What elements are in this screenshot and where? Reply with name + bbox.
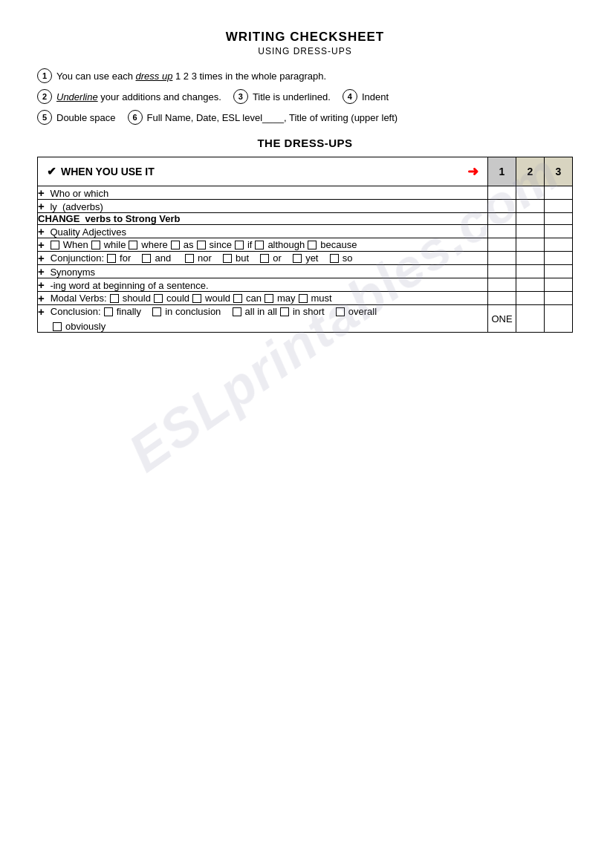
checkbox bbox=[293, 254, 302, 263]
col1-cell bbox=[488, 186, 516, 200]
when-header-label: WHEN YOU USE IT bbox=[61, 166, 155, 177]
table-row: + Conclusion: finally in conclusion all … bbox=[38, 305, 573, 333]
col3-cell bbox=[545, 265, 573, 278]
page-title: WRITING CHECKSHEET bbox=[37, 30, 573, 45]
row-ing-word: + -ing word at beginning of a sentence. bbox=[38, 278, 488, 292]
col2-cell bbox=[516, 225, 545, 238]
label-modal-verbs: Modal Verbs: bbox=[51, 293, 107, 304]
checkbox bbox=[107, 254, 116, 263]
instr-text-4: Indent bbox=[362, 91, 389, 102]
instr-text-3: Title is underlined. bbox=[253, 91, 331, 102]
row-change-verbs: CHANGE verbs to Strong Verb bbox=[38, 213, 488, 225]
label-where: where bbox=[141, 239, 167, 250]
label-or: or bbox=[273, 252, 282, 264]
label-if: if bbox=[247, 239, 253, 250]
label-in-conclusion: in conclusion bbox=[165, 306, 221, 317]
plus-icon: + bbox=[38, 238, 45, 251]
row-conclusion: + Conclusion: finally in conclusion all … bbox=[38, 305, 488, 333]
label-could: could bbox=[166, 293, 189, 304]
dress-ups-table: ✔ WHEN YOU USE IT ➜ 1 2 3 + Who or which… bbox=[37, 157, 573, 333]
col1-header: 1 bbox=[488, 157, 516, 186]
col2-cell bbox=[516, 278, 545, 292]
col2-cell bbox=[516, 252, 545, 265]
checkbox bbox=[260, 254, 269, 263]
instruction-row-2: 2 Underline your additions and changes. … bbox=[37, 89, 573, 104]
row-modal-verbs: + Modal Verbs: should could would can ma… bbox=[38, 292, 488, 305]
label-because: because bbox=[320, 239, 357, 250]
instr-text-5: Double space bbox=[56, 112, 116, 123]
checkbox bbox=[235, 241, 244, 249]
plus-icon: + bbox=[38, 305, 45, 318]
plus-icon: + bbox=[38, 292, 45, 304]
col3-cell bbox=[545, 225, 573, 238]
table-header-row: ✔ WHEN YOU USE IT ➜ 1 2 3 bbox=[38, 157, 573, 186]
label-conjunction: Conjunction: bbox=[51, 252, 104, 264]
circle-5: 5 bbox=[37, 110, 52, 125]
label-would: would bbox=[205, 293, 230, 304]
plus-icon: + bbox=[38, 265, 45, 278]
checkbox bbox=[336, 307, 345, 316]
instr-text-6: Full Name, Date, ESL level____, Title of… bbox=[147, 112, 398, 123]
label-must: must bbox=[311, 293, 332, 304]
col1-cell bbox=[488, 225, 516, 238]
circle-3: 3 bbox=[233, 89, 248, 104]
label-while: while bbox=[104, 239, 126, 250]
page-subtitle: USING DRESS-UPS bbox=[37, 46, 573, 56]
col3-cell bbox=[545, 186, 573, 200]
row-synonyms: + Synonyms bbox=[38, 265, 488, 278]
label-as: as bbox=[184, 239, 194, 250]
label-overall: overall bbox=[348, 306, 377, 317]
when-header: ✔ WHEN YOU USE IT ➜ bbox=[38, 157, 488, 186]
col2-cell bbox=[516, 200, 545, 213]
instr-text-2: Underline your additions and changes. bbox=[56, 91, 221, 102]
checkbox bbox=[223, 254, 232, 263]
label-for: for bbox=[120, 252, 131, 264]
row-ly-adverbs: + ly (adverbs) bbox=[38, 200, 488, 213]
row-conjunction: + Conjunction: for and nor but or yet so bbox=[38, 252, 488, 265]
circle-6: 6 bbox=[128, 110, 143, 125]
instructions-section: 1 You can use each dress up 1 2 3 times … bbox=[37, 68, 573, 125]
checkbox bbox=[280, 307, 289, 316]
label-since: since bbox=[210, 239, 232, 250]
label-so: so bbox=[343, 252, 353, 264]
checkbox bbox=[185, 254, 194, 263]
circle-2: 2 bbox=[37, 89, 52, 104]
col3-cell bbox=[545, 305, 573, 333]
checkbox bbox=[91, 241, 100, 249]
plus-icon: + bbox=[38, 278, 45, 291]
label-although: although bbox=[267, 239, 305, 250]
table-row: + ly (adverbs) bbox=[38, 200, 573, 213]
instruction-row-3: 5 Double space 6 Full Name, Date, ESL le… bbox=[37, 110, 573, 125]
table-row: + -ing word at beginning of a sentence. bbox=[38, 278, 573, 292]
col2-cell bbox=[516, 186, 545, 200]
table-row: + Conjunction: for and nor but or yet so bbox=[38, 252, 573, 265]
checkbox bbox=[142, 254, 151, 263]
plus-icon: + bbox=[38, 186, 45, 199]
col3-cell bbox=[545, 238, 573, 252]
checkbox bbox=[330, 254, 339, 263]
col2-cell bbox=[516, 238, 545, 252]
circle-4: 4 bbox=[343, 89, 357, 104]
col2-cell bbox=[516, 305, 545, 333]
col1-cell bbox=[488, 252, 516, 265]
plus-icon: + bbox=[38, 200, 45, 212]
label-all-in-all: all in all bbox=[245, 306, 277, 317]
plus-icon: + bbox=[38, 252, 45, 264]
label-should: should bbox=[123, 293, 151, 304]
col1-cell bbox=[488, 265, 516, 278]
instr-text-1: You can use each dress up 1 2 3 times in… bbox=[56, 71, 326, 82]
section-title: THE DRESS-UPS bbox=[37, 137, 573, 149]
checkbox bbox=[110, 294, 119, 303]
label-obviously: obviously bbox=[65, 321, 106, 332]
checkbox bbox=[129, 241, 137, 249]
checkbox bbox=[233, 307, 241, 316]
table-row: + Quality Adjectives bbox=[38, 225, 573, 238]
col1-cell bbox=[488, 278, 516, 292]
col1-cell bbox=[488, 292, 516, 305]
label-but: but bbox=[236, 252, 249, 264]
arrow-icon: ➜ bbox=[467, 163, 478, 180]
checkbox bbox=[308, 241, 317, 249]
table-row: + Who or which bbox=[38, 186, 573, 200]
col2-cell bbox=[516, 265, 545, 278]
checkbox bbox=[154, 294, 163, 303]
